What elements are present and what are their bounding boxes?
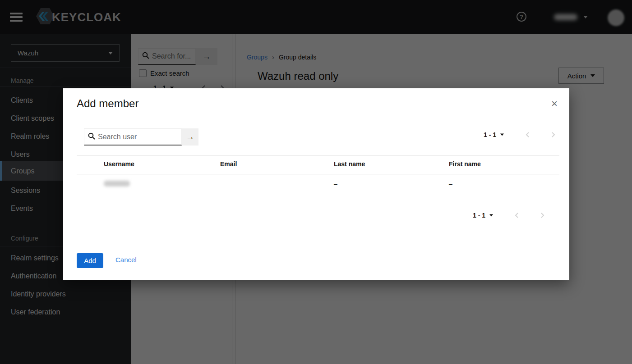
column-header-email: Email bbox=[220, 160, 237, 168]
pagination-range: 1 - 1 bbox=[473, 212, 485, 219]
pagination-top: 1 - 1 bbox=[484, 131, 557, 138]
next-page-icon[interactable] bbox=[539, 212, 546, 219]
cancel-button[interactable]: Cancel bbox=[115, 256, 137, 264]
user-search-field bbox=[84, 128, 182, 146]
prev-page-icon[interactable] bbox=[524, 131, 531, 138]
cell-first-name: – bbox=[449, 180, 452, 187]
pagination-range: 1 - 1 bbox=[484, 131, 496, 138]
modal-title: Add member bbox=[77, 97, 138, 110]
per-page-chevron-down-icon[interactable] bbox=[489, 214, 493, 217]
user-search-input[interactable] bbox=[84, 129, 181, 145]
column-header-last-name: Last name bbox=[334, 160, 365, 168]
cell-username-redacted bbox=[104, 181, 130, 187]
column-header-first-name: First name bbox=[449, 160, 481, 168]
user-search-submit-arrow-icon[interactable]: → bbox=[182, 128, 198, 146]
keycloak-admin-console: KEYCLOAK ? Wazuh Manage Clients Client s… bbox=[0, 0, 632, 364]
next-page-icon[interactable] bbox=[549, 131, 557, 138]
close-icon[interactable]: × bbox=[551, 99, 558, 108]
pagination-bottom: 1 - 1 bbox=[473, 212, 546, 219]
prev-page-icon[interactable] bbox=[513, 212, 521, 219]
search-icon bbox=[88, 132, 95, 141]
column-header-username: Username bbox=[104, 160, 134, 168]
add-member-modal: Add member × → 1 - 1 Username Email Last… bbox=[63, 88, 569, 280]
cell-last-name: – bbox=[334, 180, 337, 187]
add-button[interactable]: Add bbox=[77, 253, 103, 268]
per-page-chevron-down-icon[interactable] bbox=[500, 134, 504, 136]
